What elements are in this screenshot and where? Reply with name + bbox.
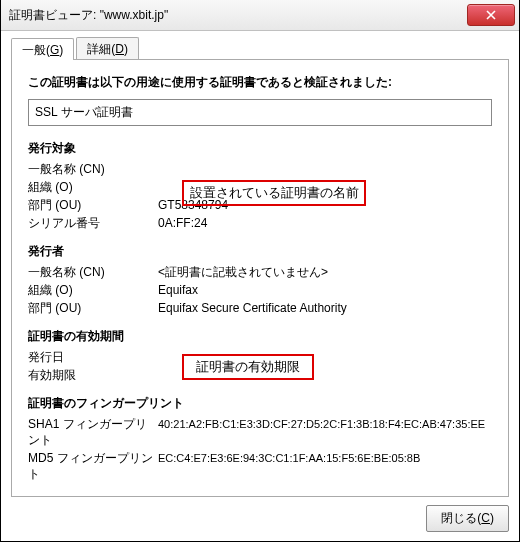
issuer-ou-value: Equifax Secure Certificate Authority xyxy=(158,300,492,316)
subject-o-label: 組織 (O) xyxy=(28,179,158,195)
subject-o-row: 組織 (O) xyxy=(28,179,492,195)
issuer-cn-value: <証明書に記載されていません> xyxy=(158,264,492,280)
issuer-o-label: 組織 (O) xyxy=(28,282,158,298)
titlebar[interactable]: 証明書ビューア: "www.xbit.jp" xyxy=(1,0,519,31)
dialog-footer: 閉じる(C) xyxy=(11,505,509,532)
subject-heading: 発行対象 xyxy=(28,140,492,157)
subject-ou-row: 部門 (OU)GT58348794 xyxy=(28,197,492,213)
verification-headline: この証明書は以下の用途に使用する証明書であると検証されました: xyxy=(28,74,492,91)
close-button[interactable]: 閉じる(C) xyxy=(426,505,509,532)
issuer-heading: 発行者 xyxy=(28,243,492,260)
validity-from-row: 発行日 xyxy=(28,349,492,365)
validity-heading: 証明書の有効期間 xyxy=(28,328,492,345)
validity-to-row: 有効期限 xyxy=(28,367,492,383)
window-close-button[interactable] xyxy=(467,4,515,26)
validity-from-value xyxy=(158,349,492,365)
subject-cn-row: 一般名称 (CN) xyxy=(28,161,492,177)
subject-cn-value xyxy=(158,161,492,177)
subject-serial-row: シリアル番号0A:FF:24 xyxy=(28,215,492,231)
validity-to-value xyxy=(158,367,492,383)
issuer-ou-label: 部門 (OU) xyxy=(28,300,158,316)
validity-to-label: 有効期限 xyxy=(28,367,158,383)
issuer-o-row: 組織 (O)Equifax xyxy=(28,282,492,298)
certificate-type-box: SSL サーバ証明書 xyxy=(28,99,492,126)
sha1-value: 40:21:A2:FB:C1:E3:3D:CF:27:D5:2C:F1:3B:1… xyxy=(158,416,492,448)
window-body: 一般(G) 詳細(D) この証明書は以下の用途に使用する証明書であると検証されま… xyxy=(1,31,519,542)
certificate-viewer-window: 証明書ビューア: "www.xbit.jp" 一般(G) 詳細(D) この証明書… xyxy=(0,0,520,542)
subject-serial-label: シリアル番号 xyxy=(28,215,158,231)
tab-content-general: この証明書は以下の用途に使用する証明書であると検証されました: SSL サーバ証… xyxy=(11,60,509,497)
issuer-cn-label: 一般名称 (CN) xyxy=(28,264,158,280)
window-title: 証明書ビューア: "www.xbit.jp" xyxy=(9,7,467,24)
sha1-row: SHA1 フィンガープリント40:21:A2:FB:C1:E3:3D:CF:27… xyxy=(28,416,492,448)
subject-serial-value: 0A:FF:24 xyxy=(158,215,492,231)
fingerprints-heading: 証明書のフィンガープリント xyxy=(28,395,492,412)
issuer-ou-row: 部門 (OU)Equifax Secure Certificate Author… xyxy=(28,300,492,316)
sha1-label: SHA1 フィンガープリント xyxy=(28,416,158,448)
issuer-o-value: Equifax xyxy=(158,282,492,298)
subject-ou-value: GT58348794 xyxy=(158,197,492,213)
subject-ou-label: 部門 (OU) xyxy=(28,197,158,213)
issuer-cn-row: 一般名称 (CN)<証明書に記載されていません> xyxy=(28,264,492,280)
tab-bar: 一般(G) 詳細(D) xyxy=(11,37,509,60)
md5-value: EC:C4:E7:E3:6E:94:3C:C1:1F:AA:15:F5:6E:B… xyxy=(158,450,492,482)
tab-general[interactable]: 一般(G) xyxy=(11,38,74,60)
tab-detail[interactable]: 詳細(D) xyxy=(76,37,139,59)
validity-from-label: 発行日 xyxy=(28,349,158,365)
md5-label: MD5 フィンガープリント xyxy=(28,450,158,482)
subject-o-value xyxy=(158,179,492,195)
md5-row: MD5 フィンガープリントEC:C4:E7:E3:6E:94:3C:C1:1F:… xyxy=(28,450,492,482)
close-icon xyxy=(486,10,496,20)
subject-cn-label: 一般名称 (CN) xyxy=(28,161,158,177)
